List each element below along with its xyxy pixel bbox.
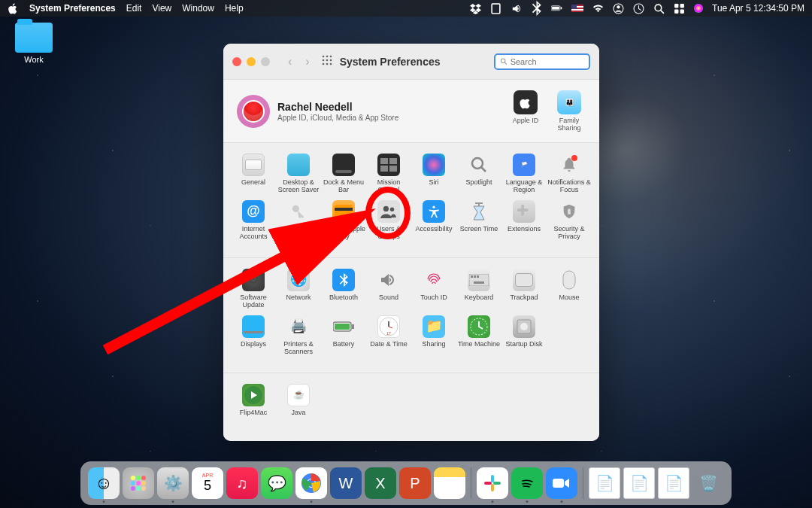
input-source-flag[interactable] [571,5,583,12]
pref-label: Mission Control [366,179,411,194]
dock-chrome[interactable] [295,467,327,499]
wifi-icon[interactable] [592,3,604,14]
system-preferences-window: ‹ › System Preferences Rachel Needell Ap… [223,44,599,441]
apple-id-button[interactable]: Apple ID [509,90,542,132]
pref-accessibility[interactable]: Accessibility [411,197,456,244]
dock-recent-file-2[interactable]: 📄 [623,467,655,499]
pref-bluetooth[interactable]: Bluetooth [321,266,366,312]
svg-point-66 [136,486,141,491]
pref-date-time[interactable]: 17Date & Time [366,312,411,359]
pref-java[interactable]: ☕Java [276,381,321,427]
pref-spotlight[interactable]: Spotlight [456,151,501,197]
siri-status-icon[interactable] [694,4,703,13]
dock-messages[interactable]: 💬 [261,467,292,499]
dock-excel[interactable]: X [365,467,396,499]
pref-network[interactable]: 🌐Network [276,266,321,312]
pref-siri[interactable]: Siri [411,151,456,197]
apple-menu-icon[interactable] [8,3,19,14]
volume-icon[interactable] [511,3,522,14]
forward-button[interactable]: › [305,55,309,68]
pref-users-groups[interactable]: Users & Groups [366,197,411,244]
pref-desktop-screensaver[interactable]: Desktop & Screen Saver [276,151,321,197]
dock-recent-file-1[interactable]: 📄 [589,467,620,499]
search-input[interactable] [511,57,584,66]
dock-powerpoint[interactable]: P [399,467,431,499]
trackpad-icon [513,269,535,291]
battery-icon[interactable] [551,3,562,14]
desktop-folder-work[interactable]: Work [8,23,60,64]
sharing-icon: 📁 [423,315,445,338]
menu-edit[interactable]: Edit [126,3,142,14]
menubar-datetime[interactable]: Tue Apr 5 12:34:50 PM [712,3,804,14]
pref-language-region[interactable]: 🏳️Language & Region [501,151,547,197]
pref-battery[interactable]: Battery [321,312,366,359]
clock-status-icon[interactable] [633,3,644,14]
pref-touch-id[interactable]: Touch ID [411,266,456,312]
pref-general[interactable]: General [231,151,276,197]
dock-launchpad[interactable] [123,467,154,499]
spotlight-icon[interactable] [653,3,665,14]
control-center-icon[interactable] [674,3,685,14]
pref-startup-disk[interactable]: Startup Disk [501,312,547,359]
pref-keyboard[interactable]: Keyboard [456,266,501,312]
dock-calendar[interactable]: APR5 [192,467,223,499]
show-all-button[interactable] [322,55,332,68]
pref-passwords[interactable]: Passwords [276,197,321,244]
avatar[interactable] [237,95,270,128]
dock-trash[interactable]: 🗑️ [692,467,724,499]
user-icon[interactable] [613,3,624,14]
menu-window[interactable]: Window [182,3,214,14]
dock-control-icon[interactable] [490,3,501,14]
pref-label: Network [276,294,321,309]
pref-wallet-pay[interactable]: Wallet & Apple Pay [321,197,366,244]
pref-dock-menubar[interactable]: Dock & Menu Bar [321,151,366,197]
zoom-button[interactable] [261,57,270,66]
dock-music[interactable]: ♫ [226,467,258,499]
bluetooth-icon[interactable] [531,3,542,14]
pref-time-machine[interactable]: Time Machine [456,312,501,359]
pref-sharing[interactable]: 📁Sharing [411,312,456,359]
pref-trackpad[interactable]: Trackpad [501,266,547,312]
pref-sound[interactable]: Sound [366,266,411,312]
menu-help[interactable]: Help [225,3,244,14]
pref-extensions[interactable]: Extensions [501,197,547,244]
pref-mission-control[interactable]: Mission Control [366,151,411,197]
pref-mouse[interactable]: Mouse [547,266,592,312]
pref-printers-scanners[interactable]: 🖨️Printers & Scanners [276,312,321,359]
dock-word[interactable]: W [330,467,362,499]
svg-point-20 [326,63,328,65]
pref-internet-accounts[interactable]: @Internet Accounts [231,197,276,244]
pref-label: Wallet & Apple Pay [321,226,366,241]
family-sharing-button[interactable]: 👨‍👩‍👦 Family Sharing [553,90,586,132]
svg-point-62 [131,481,135,485]
pref-label: Displays [231,341,276,356]
pref-notifications[interactable]: Notifications & Focus [547,151,592,197]
dock-notes[interactable] [434,467,465,499]
search-field[interactable] [494,53,590,70]
pref-label: Internet Accounts [231,226,276,241]
pref-software-update[interactable]: ⚙Software Update [231,266,276,312]
notifications-icon [558,154,580,176]
menu-view[interactable]: View [152,3,171,14]
pref-label: Mouse [547,294,592,309]
pref-security-privacy[interactable]: Security & Privacy [547,197,592,244]
dropbox-icon[interactable] [470,3,481,14]
pref-label: Sharing [411,341,456,356]
back-button[interactable]: ‹ [288,55,292,68]
dock-spotify[interactable] [511,467,543,499]
dock-recent-file-3[interactable]: 📄 [658,467,689,499]
svg-rect-42 [474,281,484,284]
app-menu[interactable]: System Preferences [29,3,116,14]
pref-screen-time[interactable]: Screen Time [456,197,501,244]
dock-zoom[interactable] [546,467,577,499]
dock-slack[interactable] [477,467,508,499]
close-button[interactable] [232,57,241,66]
minimize-button[interactable] [247,57,256,66]
pref-flip4mac[interactable]: Flip4Mac [231,381,276,427]
svg-rect-37 [568,211,571,214]
general-icon [242,154,265,176]
dock-settings[interactable]: ⚙️ [157,467,189,499]
svg-rect-41 [477,275,479,278]
dock-finder[interactable]: ☺ [88,467,120,499]
pref-displays[interactable]: Displays [231,312,276,359]
